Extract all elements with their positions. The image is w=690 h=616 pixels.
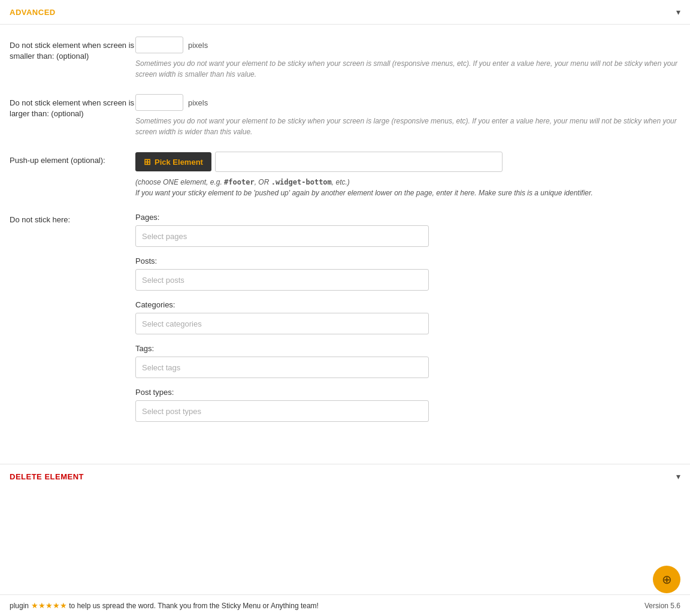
post-types-field-group: Post types: Select post types bbox=[135, 388, 680, 422]
bottom-bar: plugin ★★★★★ to help us spread the word.… bbox=[0, 594, 690, 616]
do-not-stick-label: Do not stick here: bbox=[10, 213, 135, 224]
delete-footer: DELETE ELEMENT ▾ bbox=[0, 464, 690, 488]
push-hint-2: If you want your sticky element to be 'p… bbox=[135, 188, 680, 198]
pages-label: Pages: bbox=[135, 213, 680, 222]
chevron-down-icon[interactable]: ▾ bbox=[676, 7, 680, 17]
delete-element-button[interactable]: DELETE ELEMENT bbox=[10, 472, 84, 481]
max-screen-row: Do not stick element when screen is larg… bbox=[10, 94, 680, 137]
pick-element-icon: ⊞ bbox=[144, 157, 151, 167]
post-types-select[interactable]: Select post types bbox=[135, 400, 429, 422]
plugin-text: plugin bbox=[10, 602, 29, 610]
help-button[interactable]: ⊕ bbox=[653, 566, 680, 593]
tags-select[interactable]: Select tags bbox=[135, 357, 429, 378]
version-text: Version 5.6 bbox=[644, 602, 680, 610]
max-screen-input[interactable] bbox=[135, 94, 183, 111]
min-screen-row: Do not stick element when screen is smal… bbox=[10, 37, 680, 80]
tags-label: Tags: bbox=[135, 344, 680, 353]
pages-field-group: Pages: Select pages bbox=[135, 213, 680, 247]
push-up-input[interactable] bbox=[215, 152, 503, 172]
post-types-label: Post types: bbox=[135, 388, 680, 397]
pages-select[interactable]: Select pages bbox=[135, 225, 429, 247]
max-screen-controls: pixels Sometimes you do not want your el… bbox=[135, 94, 680, 137]
pick-element-label: Pick Element bbox=[155, 158, 203, 167]
plugin-info: plugin ★★★★★ to help us spread the word.… bbox=[10, 601, 319, 610]
hint-widget-bottom: .widget-bottom bbox=[271, 178, 332, 186]
push-hint-1: (choose ONE element, e.g. #footer, OR .w… bbox=[135, 177, 680, 188]
max-screen-label: Do not stick element when screen is larg… bbox=[10, 94, 135, 119]
advanced-header: ADVANCED ▾ bbox=[0, 0, 690, 25]
pick-element-button[interactable]: ⊞ Pick Element bbox=[135, 152, 211, 171]
min-screen-label: Do not stick element when screen is smal… bbox=[10, 37, 135, 62]
categories-field-group: Categories: Select categories bbox=[135, 300, 680, 334]
content-area: Do not stick element when screen is smal… bbox=[0, 25, 690, 458]
push-up-controls: ⊞ Pick Element (choose ONE element, e.g.… bbox=[135, 152, 680, 198]
delete-chevron-icon[interactable]: ▾ bbox=[676, 472, 680, 481]
tags-field-group: Tags: Select tags bbox=[135, 344, 680, 378]
categories-label: Categories: bbox=[135, 300, 680, 309]
help-circle-icon: ⊕ bbox=[662, 572, 672, 587]
posts-label: Posts: bbox=[135, 256, 680, 265]
advanced-title: ADVANCED bbox=[10, 8, 56, 17]
min-screen-controls: pixels Sometimes you do not want your el… bbox=[135, 37, 680, 80]
posts-select[interactable]: Select posts bbox=[135, 269, 429, 291]
posts-field-group: Posts: Select posts bbox=[135, 256, 680, 291]
post-types-placeholder: Select post types bbox=[142, 407, 201, 416]
do-not-stick-row: Do not stick here: Pages: Select pages P… bbox=[10, 213, 680, 431]
tags-placeholder: Select tags bbox=[142, 363, 180, 372]
page-wrapper: ADVANCED ▾ Do not stick element when scr… bbox=[0, 0, 690, 616]
help-spread-text: to help us spread the word. Thank you fr… bbox=[69, 602, 319, 610]
max-screen-input-row: pixels bbox=[135, 94, 680, 111]
star-rating: ★★★★★ bbox=[31, 601, 67, 610]
min-screen-input-row: pixels bbox=[135, 37, 680, 53]
posts-placeholder: Select posts bbox=[142, 276, 184, 285]
categories-placeholder: Select categories bbox=[142, 319, 202, 328]
hint-footer: #footer bbox=[224, 178, 255, 186]
min-screen-unit: pixels bbox=[188, 41, 208, 50]
max-screen-help: Sometimes you do not want your element t… bbox=[135, 116, 680, 137]
min-screen-input[interactable] bbox=[135, 37, 183, 53]
do-not-stick-controls: Pages: Select pages Posts: Select posts … bbox=[135, 213, 680, 431]
max-screen-unit: pixels bbox=[188, 98, 208, 107]
min-screen-help: Sometimes you do not want your element t… bbox=[135, 58, 680, 80]
push-input-row: ⊞ Pick Element bbox=[135, 152, 680, 172]
pages-placeholder: Select pages bbox=[142, 232, 187, 241]
categories-select[interactable]: Select categories bbox=[135, 313, 429, 334]
push-up-label: Push-up element (optional): bbox=[10, 152, 135, 166]
push-up-row: Push-up element (optional): ⊞ Pick Eleme… bbox=[10, 152, 680, 198]
